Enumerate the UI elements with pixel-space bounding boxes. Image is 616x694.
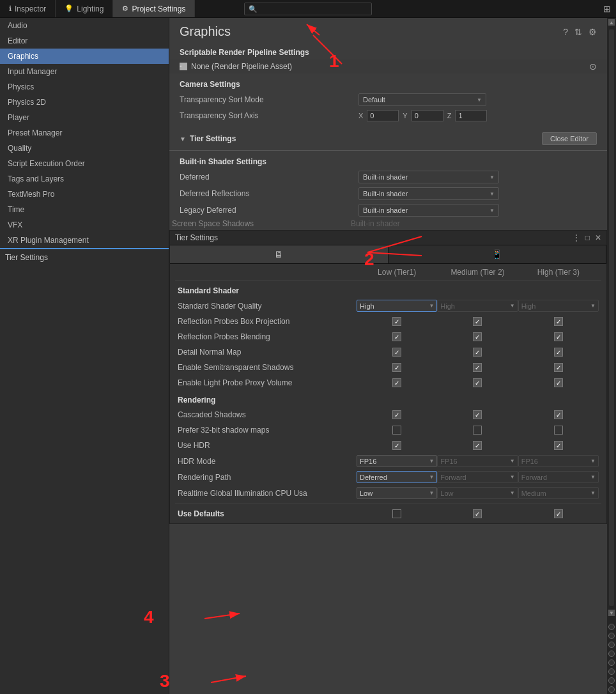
hdr-high-cb[interactable] bbox=[554, 441, 563, 450]
scrollbar-area: ▲ ▼ bbox=[607, 18, 616, 694]
gear-icon[interactable]: ⚙ bbox=[589, 27, 597, 37]
sidebar-item-time[interactable]: Time bbox=[0, 202, 169, 217]
expand-button[interactable]: ⊞ bbox=[603, 4, 611, 14]
reflection-blend-high-cb[interactable] bbox=[554, 332, 563, 341]
deferred-reflections-row: Deferred Reflections Built-in shader▼ bbox=[169, 185, 607, 202]
sort-axis-y[interactable] bbox=[412, 110, 443, 121]
sidebar-item-vfx[interactable]: VFX bbox=[0, 217, 169, 233]
sidebar-item-preset-manager[interactable]: Preset Manager bbox=[0, 125, 169, 141]
main-layout: Audio Editor Graphics Input Manager Phys… bbox=[0, 18, 616, 694]
sort-axis-x[interactable] bbox=[367, 110, 399, 121]
desktop-icon: 🖥 bbox=[274, 249, 283, 259]
help-icon[interactable]: ? bbox=[563, 27, 568, 37]
tier-table: Low (Tier1) Medium (Tier 2) High (Tier 3… bbox=[170, 264, 606, 523]
builtin-section-label: Built-in Shader Settings bbox=[169, 152, 607, 169]
sidebar-item-script-execution[interactable]: Script Execution Order bbox=[0, 156, 169, 171]
mobile-icon: 📱 bbox=[491, 249, 502, 259]
hdr-mode-low-dropdown[interactable]: FP16▼ bbox=[357, 455, 437, 467]
rendering-path-low-dropdown[interactable]: Deferred▼ bbox=[357, 471, 437, 483]
gi-cpu-low-dropdown[interactable]: Low▼ bbox=[357, 487, 437, 499]
reflection-box-medium-cb[interactable] bbox=[473, 317, 482, 326]
detail-normal-high-cb[interactable] bbox=[554, 348, 563, 357]
tier-row-rendering-path: Rendering Path Deferred▼ Forward▼ bbox=[175, 469, 601, 485]
scroll-down-button[interactable]: ▼ bbox=[608, 610, 615, 616]
use-defaults-low-cb[interactable] bbox=[392, 509, 401, 518]
detail-normal-low-cb[interactable] bbox=[392, 348, 401, 357]
x-label: X bbox=[358, 112, 363, 120]
sidebar-item-audio[interactable]: Audio bbox=[0, 18, 169, 33]
deferred-dropdown[interactable]: Built-in shader▼ bbox=[358, 171, 499, 183]
cascaded-medium-cb[interactable] bbox=[473, 410, 482, 419]
hdr-mode-high-dropdown[interactable]: FP16▼ bbox=[518, 455, 599, 467]
semi-shadows-medium-cb[interactable] bbox=[473, 363, 482, 372]
reflection-blend-medium-cb[interactable] bbox=[473, 332, 482, 341]
srp-select-btn[interactable]: ⊙ bbox=[589, 61, 597, 72]
scroll-up-button[interactable]: ▲ bbox=[608, 19, 615, 26]
search-input[interactable] bbox=[249, 5, 367, 13]
light-probe-high-cb[interactable] bbox=[554, 378, 563, 387]
scroll-indicator-3 bbox=[608, 642, 615, 648]
tier-settings-header[interactable]: ▼ Tier Settings Close Editor bbox=[169, 128, 607, 149]
srp-value: None (Render Pipeline Asset) bbox=[191, 62, 589, 71]
tier-tabs: 🖥 📱 bbox=[170, 245, 606, 264]
tab-project-settings[interactable]: ⚙ Project Settings bbox=[113, 0, 195, 17]
layout-icon[interactable]: ⇅ bbox=[574, 27, 582, 37]
cascaded-low-cb[interactable] bbox=[392, 410, 401, 419]
cascaded-high-cb[interactable] bbox=[554, 410, 563, 419]
32bit-high-cb[interactable] bbox=[554, 426, 563, 435]
tab-lighting[interactable]: 💡 Lighting bbox=[56, 0, 113, 17]
tier-tab-desktop[interactable]: 🖥 bbox=[170, 245, 389, 263]
sidebar-tier-settings[interactable]: Tier Settings bbox=[0, 248, 169, 266]
search-bar[interactable] bbox=[244, 3, 372, 15]
sidebar-item-physics2d[interactable]: Physics 2D bbox=[0, 95, 169, 110]
32bit-medium-cb[interactable] bbox=[473, 426, 482, 435]
gi-cpu-high-dropdown[interactable]: Medium▼ bbox=[518, 487, 599, 499]
close-editor-button[interactable]: Close Editor bbox=[542, 132, 597, 145]
rendering-path-medium-dropdown[interactable]: Forward▼ bbox=[437, 471, 518, 483]
tier-row-light-probe: Enable Light Probe Proxy Volume bbox=[175, 375, 601, 390]
reflection-box-low-cb[interactable] bbox=[392, 317, 401, 326]
reflection-box-high-cb[interactable] bbox=[554, 317, 563, 326]
sidebar-item-textmesh[interactable]: TextMesh Pro bbox=[0, 187, 169, 202]
tier-panel-close-icon[interactable]: ✕ bbox=[595, 233, 601, 242]
tier-panel-maximize-icon[interactable]: □ bbox=[585, 233, 590, 242]
tier-tab-mobile[interactable]: 📱 bbox=[389, 245, 607, 263]
sidebar-item-quality[interactable]: Quality bbox=[0, 141, 169, 156]
tab-inspector[interactable]: ℹ Inspector bbox=[0, 0, 56, 17]
shader-quality-high-dropdown[interactable]: High▼ bbox=[518, 300, 599, 312]
sidebar-item-tags-layers[interactable]: Tags and Layers bbox=[0, 171, 169, 187]
use-defaults-high-cb[interactable] bbox=[554, 509, 563, 518]
light-probe-medium-cb[interactable] bbox=[473, 378, 482, 387]
hdr-mode-medium-dropdown[interactable]: FP16▼ bbox=[437, 455, 518, 467]
sidebar-item-physics[interactable]: Physics bbox=[0, 79, 169, 95]
col-label bbox=[178, 268, 357, 277]
semi-shadows-high-cb[interactable] bbox=[554, 363, 563, 372]
sidebar-item-editor[interactable]: Editor bbox=[0, 33, 169, 49]
use-defaults-label: Use Defaults bbox=[178, 509, 357, 518]
legacy-deferred-dropdown[interactable]: Built-in shader▼ bbox=[358, 204, 499, 217]
transparency-sort-mode-value: Default ▼ bbox=[358, 93, 597, 106]
rendering-path-high-dropdown[interactable]: Forward▼ bbox=[518, 471, 599, 483]
light-probe-low-cb[interactable] bbox=[392, 378, 401, 387]
shader-quality-medium-dropdown[interactable]: High▼ bbox=[437, 300, 518, 312]
hdr-medium-cb[interactable] bbox=[473, 441, 482, 450]
col-high: High (Tier 3) bbox=[518, 268, 599, 277]
settings-icon: ⚙ bbox=[122, 4, 128, 13]
deferred-reflections-dropdown[interactable]: Built-in shader▼ bbox=[358, 187, 499, 200]
shader-quality-low-dropdown[interactable]: High▼ bbox=[357, 300, 437, 312]
sidebar-item-xr[interactable]: XR Plugin Management bbox=[0, 233, 169, 248]
tier-panel-menu-icon[interactable]: ⋮ bbox=[573, 233, 580, 242]
sidebar-item-player[interactable]: Player bbox=[0, 110, 169, 125]
semi-shadows-low-cb[interactable] bbox=[392, 363, 401, 372]
sidebar-item-graphics[interactable]: Graphics bbox=[0, 49, 169, 64]
detail-normal-medium-cb[interactable] bbox=[473, 348, 482, 357]
hdr-low-cb[interactable] bbox=[392, 441, 401, 450]
sidebar-item-input-manager[interactable]: Input Manager bbox=[0, 64, 169, 79]
use-defaults-medium-cb[interactable] bbox=[473, 509, 482, 518]
gi-cpu-medium-dropdown[interactable]: Low▼ bbox=[437, 487, 518, 499]
sort-axis-z[interactable] bbox=[455, 110, 487, 121]
32bit-low-cb[interactable] bbox=[392, 426, 401, 435]
page-title: Graphics bbox=[180, 24, 231, 39]
transparency-sort-mode-dropdown[interactable]: Default ▼ bbox=[358, 93, 486, 106]
reflection-blend-low-cb[interactable] bbox=[392, 332, 401, 341]
